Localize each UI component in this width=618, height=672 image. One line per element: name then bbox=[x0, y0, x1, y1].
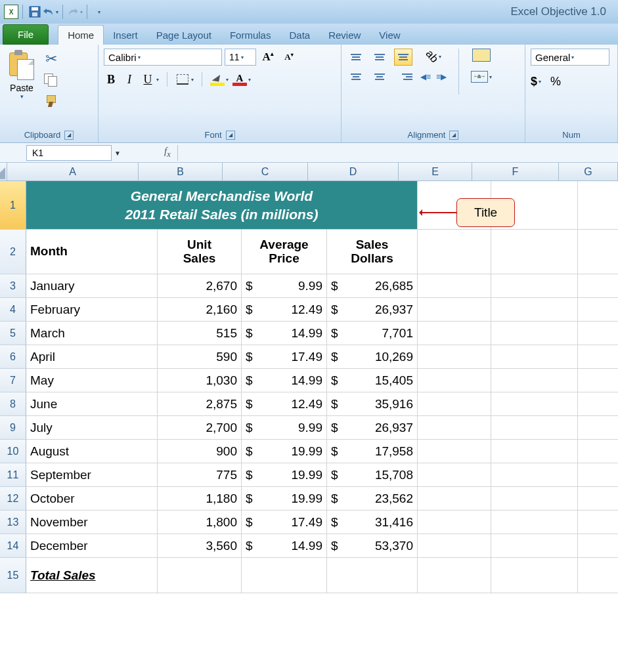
merge-center-button[interactable]: a bbox=[471, 71, 492, 83]
column-header-A[interactable]: A bbox=[7, 163, 139, 181]
cell[interactable] bbox=[491, 392, 578, 416]
cell[interactable]: October bbox=[26, 487, 158, 511]
cell[interactable]: $14.99 bbox=[242, 322, 327, 345]
cell[interactable]: 515 bbox=[158, 322, 242, 345]
cell[interactable] bbox=[491, 558, 578, 593]
cell[interactable]: 2,160 bbox=[158, 298, 242, 322]
cell[interactable]: September bbox=[26, 463, 158, 487]
column-header-E[interactable]: E bbox=[399, 163, 472, 181]
chevron-down-icon[interactable]: ▼ bbox=[112, 148, 123, 159]
cell[interactable] bbox=[491, 322, 578, 345]
column-header-B[interactable]: B bbox=[139, 163, 223, 181]
column-header-C[interactable]: C bbox=[223, 163, 308, 181]
cell[interactable]: 2,875 bbox=[158, 392, 242, 416]
align-left-button[interactable] bbox=[347, 68, 365, 85]
font-size-dropdown[interactable]: 11 bbox=[225, 49, 256, 66]
cell[interactable]: Month bbox=[26, 230, 158, 274]
cell[interactable]: $23,562 bbox=[327, 487, 418, 511]
cell[interactable]: UnitSales bbox=[158, 230, 242, 274]
row-header-15[interactable]: 15 bbox=[0, 558, 26, 593]
underline-button[interactable]: U bbox=[141, 73, 159, 87]
font-dialog-launcher[interactable]: ◢ bbox=[226, 131, 235, 140]
cell[interactable] bbox=[418, 511, 491, 534]
row-header-1[interactable]: 1 bbox=[0, 181, 26, 230]
shrink-font-button[interactable]: A▾ bbox=[280, 49, 298, 65]
cell[interactable]: $9.99 bbox=[242, 416, 327, 440]
cell[interactable]: $12.49 bbox=[242, 392, 327, 416]
cell[interactable]: $26,937 bbox=[327, 416, 418, 440]
select-all-corner[interactable] bbox=[0, 163, 7, 181]
cell[interactable]: $15,405 bbox=[327, 369, 418, 392]
cell[interactable]: $10,269 bbox=[327, 345, 418, 369]
cell[interactable] bbox=[491, 345, 578, 369]
copy-button[interactable] bbox=[42, 72, 60, 88]
tab-insert[interactable]: Insert bbox=[104, 26, 147, 45]
name-box[interactable]: K1▼ bbox=[26, 145, 112, 161]
indent-increase-button[interactable]: ≡▶ bbox=[436, 72, 447, 81]
formula-input[interactable] bbox=[177, 145, 618, 161]
cell[interactable] bbox=[578, 558, 618, 593]
cell[interactable]: $15,708 bbox=[327, 463, 418, 487]
cell[interactable] bbox=[491, 369, 578, 392]
cell[interactable]: $35,916 bbox=[327, 392, 418, 416]
cell[interactable]: $17,958 bbox=[327, 440, 418, 463]
cell[interactable] bbox=[578, 345, 618, 369]
tab-home[interactable]: Home bbox=[58, 25, 104, 45]
cell[interactable]: 1,800 bbox=[158, 511, 242, 534]
cell[interactable] bbox=[418, 322, 491, 345]
cell[interactable] bbox=[491, 230, 578, 274]
cell[interactable]: March bbox=[26, 322, 158, 345]
border-button[interactable] bbox=[175, 73, 194, 86]
cell[interactable] bbox=[491, 440, 578, 463]
indent-decrease-button[interactable]: ◀≡ bbox=[420, 72, 431, 81]
cell[interactable] bbox=[578, 230, 618, 274]
row-header-8[interactable]: 8 bbox=[0, 392, 26, 416]
align-bottom-button[interactable] bbox=[394, 49, 412, 66]
cell[interactable] bbox=[418, 463, 491, 487]
row-header-5[interactable]: 5 bbox=[0, 322, 26, 345]
number-format-dropdown[interactable]: General bbox=[531, 49, 609, 66]
cell[interactable] bbox=[578, 440, 618, 463]
cell[interactable] bbox=[578, 274, 618, 298]
cell[interactable]: $14.99 bbox=[242, 369, 327, 392]
cell[interactable] bbox=[418, 558, 491, 593]
cell[interactable] bbox=[578, 416, 618, 440]
cell[interactable]: February bbox=[26, 298, 158, 322]
clipboard-dialog-launcher[interactable]: ◢ bbox=[64, 131, 74, 140]
fx-icon[interactable]: fx bbox=[164, 146, 171, 159]
cell[interactable]: $26,937 bbox=[327, 298, 418, 322]
cell[interactable] bbox=[418, 440, 491, 463]
cell[interactable]: $17.49 bbox=[242, 511, 327, 534]
cell[interactable]: 2,700 bbox=[158, 416, 242, 440]
format-painter-button[interactable] bbox=[42, 93, 60, 109]
tab-formulas[interactable]: Formulas bbox=[221, 26, 280, 45]
align-top-button[interactable] bbox=[347, 49, 365, 66]
cell[interactable]: $19.99 bbox=[242, 463, 327, 487]
align-middle-button[interactable] bbox=[370, 49, 389, 66]
cell[interactable]: $12.49 bbox=[242, 298, 327, 322]
row-header-7[interactable]: 7 bbox=[0, 369, 26, 392]
cell[interactable] bbox=[578, 392, 618, 416]
cell[interactable] bbox=[491, 274, 578, 298]
cell[interactable] bbox=[578, 487, 618, 511]
cell[interactable] bbox=[418, 487, 491, 511]
tab-file[interactable]: File bbox=[3, 24, 49, 45]
cell[interactable] bbox=[578, 181, 618, 230]
cell[interactable]: $14.99 bbox=[242, 534, 327, 558]
row-header-10[interactable]: 10 bbox=[0, 440, 26, 463]
cell[interactable] bbox=[242, 558, 327, 593]
font-name-dropdown[interactable]: Calibri bbox=[104, 49, 222, 66]
row-header-2[interactable]: 2 bbox=[0, 230, 26, 274]
cell[interactable] bbox=[491, 511, 578, 534]
column-header-D[interactable]: D bbox=[308, 163, 399, 181]
cell[interactable]: 590 bbox=[158, 345, 242, 369]
cell[interactable] bbox=[491, 534, 578, 558]
undo-button[interactable] bbox=[43, 4, 58, 20]
row-header-14[interactable]: 14 bbox=[0, 534, 26, 558]
cell[interactable]: 3,560 bbox=[158, 534, 242, 558]
cell[interactable] bbox=[578, 322, 618, 345]
fill-color-button[interactable] bbox=[210, 73, 229, 86]
cell[interactable]: $19.99 bbox=[242, 487, 327, 511]
cell[interactable] bbox=[418, 274, 491, 298]
currency-button[interactable]: $ bbox=[531, 75, 541, 89]
